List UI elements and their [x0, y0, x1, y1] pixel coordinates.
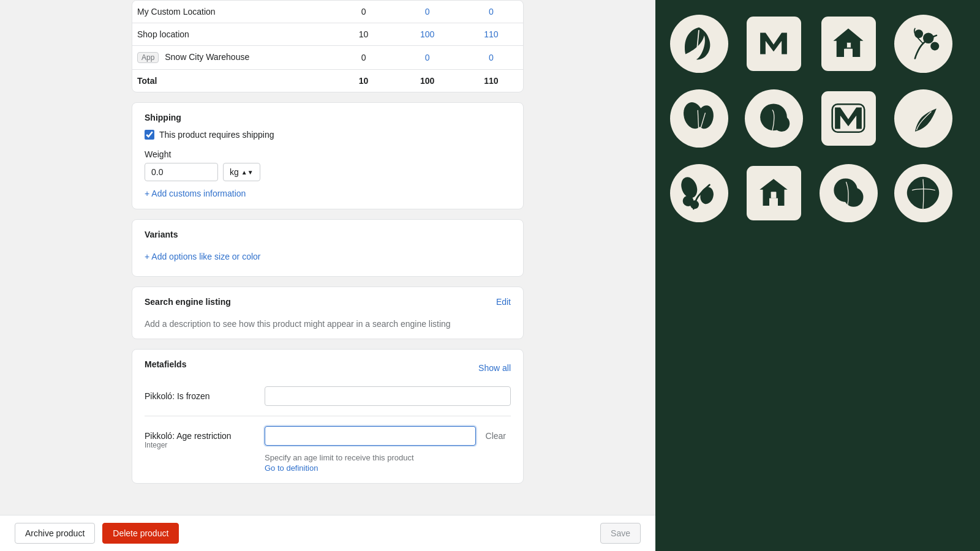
available-value[interactable]: 0: [459, 1, 523, 23]
branch-with-leaves-icon: [670, 164, 728, 222]
age-restriction-sub: Integer: [145, 441, 255, 449]
icon-block-10: [740, 159, 807, 227]
leaf-circle-icon: [670, 15, 728, 73]
round-leaf-icon-2: [820, 164, 878, 222]
leaf-svg: [677, 22, 720, 65]
available-value[interactable]: 0: [459, 46, 523, 70]
add-customs-link[interactable]: + Add customs information: [145, 189, 246, 198]
committed-value[interactable]: 0: [396, 1, 459, 23]
is-frozen-row: Pikkoló: Is frozen: [145, 386, 511, 416]
svg-point-14: [698, 186, 715, 205]
svg-point-3: [923, 33, 934, 44]
is-frozen-input-wrap: [265, 386, 511, 406]
weight-label: Weight: [145, 149, 511, 159]
icon-block-5: [665, 84, 733, 152]
weight-row: kg ▲▼: [145, 163, 511, 181]
house-icon: [820, 15, 878, 73]
icon-block-7: [815, 84, 882, 152]
icon-block-3: [815, 10, 882, 77]
unavailable-value: 0: [332, 1, 396, 23]
clear-button[interactable]: Clear: [481, 426, 511, 446]
seo-header: Search engine listing Edit: [145, 297, 511, 314]
seo-title: Search engine listing: [145, 297, 231, 307]
icon-block-8: [889, 84, 957, 152]
icon-block-12: [889, 159, 957, 227]
table-row: My Custom Location 0 0 0: [132, 1, 523, 23]
table-row: Shop location 10 100 110: [132, 23, 523, 46]
leaf-circle-icon-2: [894, 89, 952, 148]
svg-point-11: [774, 116, 790, 132]
total-label: Total: [132, 70, 332, 92]
committed-value[interactable]: 0: [396, 46, 459, 70]
svg-point-4: [914, 29, 923, 38]
requires-shipping-row: This product requires shipping: [145, 130, 511, 140]
add-options-link[interactable]: + Add options like size or color: [145, 247, 261, 266]
shipping-title: Shipping: [145, 113, 511, 122]
icon-block-2: [740, 10, 807, 77]
location-name: App Snow City Warehouse: [132, 46, 332, 70]
go-to-definition-link[interactable]: Go to definition: [265, 463, 318, 473]
svg-rect-17: [771, 192, 777, 198]
location-name: My Custom Location: [132, 1, 332, 23]
seo-edit-link[interactable]: Edit: [496, 297, 511, 307]
app-badge: App: [137, 52, 159, 63]
icon-block-11: [815, 159, 882, 227]
location-name: Shop location: [132, 23, 332, 46]
seo-card: Search engine listing Edit Add a descrip…: [132, 287, 524, 339]
save-button[interactable]: Save: [600, 523, 641, 544]
leaves-circle-icon: [670, 89, 728, 148]
icon-block-4: [889, 10, 957, 77]
svg-point-19: [844, 187, 864, 207]
committed-value[interactable]: 100: [396, 23, 459, 46]
age-restriction-input[interactable]: [265, 426, 476, 446]
metafields-title: Metafields: [145, 359, 186, 369]
shipping-card: Shipping This product requires shipping …: [132, 102, 524, 209]
svg-rect-1: [845, 49, 852, 57]
bottom-bar: Archive product Delete product Save: [0, 515, 655, 551]
svg-rect-2: [846, 42, 851, 48]
M-rounded-icon: [745, 15, 803, 73]
unavailable-value: 0: [332, 46, 396, 70]
house-icon-2: [745, 164, 803, 222]
chevron-down-icon: ▲▼: [241, 169, 254, 176]
variants-title: Variants: [145, 230, 511, 239]
icon-block-9: [665, 159, 733, 227]
delete-button[interactable]: Delete product: [102, 523, 179, 544]
round-leaf-icon: [745, 89, 803, 148]
svg-point-16: [683, 195, 694, 206]
is-frozen-label: Pikkoló: Is frozen: [145, 386, 255, 401]
weight-unit-label: kg: [230, 167, 239, 177]
available-value[interactable]: 110: [459, 23, 523, 46]
M-rounded-icon-2: [820, 89, 878, 148]
table-row: App Snow City Warehouse 0 0 0: [132, 46, 523, 70]
show-all-link[interactable]: Show all: [478, 363, 511, 373]
requires-shipping-checkbox[interactable]: [145, 130, 154, 140]
total-available: 110: [459, 70, 523, 92]
seo-description: Add a description to see how this produc…: [145, 319, 511, 329]
weight-input[interactable]: [145, 163, 218, 181]
weight-unit-select[interactable]: kg ▲▼: [223, 163, 260, 181]
branch-circle-icon: [894, 15, 952, 73]
svg-point-5: [930, 42, 939, 50]
age-restriction-row: Pikkoló: Age restriction Integer Clear S…: [145, 426, 511, 473]
is-frozen-input[interactable]: [265, 386, 511, 406]
total-committed: 100: [396, 70, 459, 92]
inventory-card: My Custom Location 0 0 0 Shop location 1…: [132, 0, 524, 92]
metafields-header: Metafields Show all: [145, 359, 511, 377]
variants-card: Variants + Add options like size or colo…: [132, 219, 524, 277]
metafields-card: Metafields Show all Pikkoló: Is frozen P…: [132, 349, 524, 484]
age-restriction-description: Specify an age limit to receive this pro…: [265, 453, 511, 462]
icon-block-1: [665, 10, 733, 77]
leaf-oval-icon: [894, 164, 952, 222]
unavailable-value: 10: [332, 23, 396, 46]
icon-block-6: [740, 84, 807, 152]
age-restriction-label: Pikkoló: Age restriction: [145, 426, 255, 441]
total-unavailable: 10: [332, 70, 396, 92]
requires-shipping-label: This product requires shipping: [159, 130, 274, 140]
right-panel: [655, 0, 980, 551]
inventory-table: My Custom Location 0 0 0 Shop location 1…: [132, 1, 523, 92]
total-row: Total 10 100 110: [132, 70, 523, 92]
archive-button[interactable]: Archive product: [15, 523, 95, 544]
